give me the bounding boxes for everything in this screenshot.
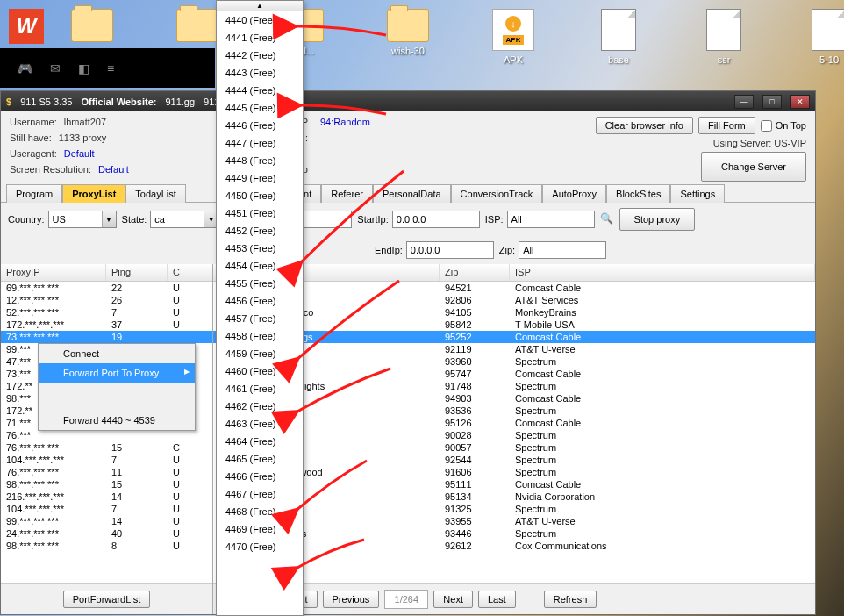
tab-personaldata[interactable]: PersonalData bbox=[373, 184, 451, 203]
site1-link[interactable]: 911.gg bbox=[165, 97, 195, 107]
table-row[interactable]: 76.*** bbox=[1, 429, 212, 441]
tab-program[interactable]: Program bbox=[6, 184, 62, 203]
port-menu-item[interactable]: 4454 (Free) bbox=[217, 257, 303, 275]
port-menu-item[interactable]: 4453 (Free) bbox=[217, 240, 303, 257]
screenres-link[interactable]: Default bbox=[98, 164, 129, 175]
table-row[interactable]: 76.***.***.***15C bbox=[1, 441, 212, 454]
port-menu-item[interactable]: 4466 (Free) bbox=[217, 468, 303, 485]
endip-input[interactable] bbox=[406, 241, 494, 259]
table-row[interactable]: 76.***.***.***11U bbox=[1, 466, 212, 478]
last-button[interactable]: Last bbox=[478, 591, 516, 608]
port-menu-item[interactable]: 4452 (Free) bbox=[217, 222, 303, 240]
state-combo[interactable]: ▼ bbox=[150, 211, 218, 228]
col-zip[interactable]: Zip bbox=[440, 264, 510, 281]
port-menu-item[interactable]: 4461 (Free) bbox=[217, 380, 303, 398]
port-menu-item[interactable]: 4450 (Free) bbox=[217, 187, 303, 204]
port-menu-item[interactable]: 4456 (Free) bbox=[217, 292, 303, 310]
desktop-icon[interactable]: ↓APKAPK bbox=[483, 9, 544, 65]
port-menu-item[interactable]: 4443 (Free) bbox=[217, 64, 303, 82]
port-menu-item[interactable]: 4451 (Free) bbox=[217, 204, 303, 222]
fill-form-button[interactable]: Fill Form bbox=[698, 117, 755, 134]
col-ping[interactable]: Ping bbox=[106, 264, 168, 281]
port-menu-item[interactable]: 4464 (Free) bbox=[217, 433, 303, 450]
country-combo[interactable]: ▼ bbox=[48, 211, 117, 228]
stop-proxy-button[interactable]: Stop proxy bbox=[619, 208, 696, 231]
table-row[interactable]: 69.***.***.***22U bbox=[1, 282, 212, 294]
bell-icon[interactable]: ◧ bbox=[78, 61, 89, 75]
useragent-link[interactable]: Default bbox=[64, 148, 95, 159]
page-input[interactable] bbox=[384, 590, 428, 609]
table-row[interactable]: 12.***.***.***26U bbox=[1, 294, 212, 306]
portforwardlist-button[interactable]: PortForwardList bbox=[63, 591, 151, 608]
isp-input[interactable] bbox=[507, 211, 595, 228]
tab-conversiontrack[interactable]: ConversionTrack bbox=[451, 184, 543, 203]
port-menu-item[interactable]: 4441 (Free) bbox=[217, 29, 303, 47]
close-button[interactable]: ✕ bbox=[790, 95, 810, 109]
port-menu-item[interactable]: 4468 (Free) bbox=[217, 503, 303, 520]
chevron-down-icon[interactable]: ▼ bbox=[102, 211, 116, 227]
previous-button[interactable]: Previous bbox=[323, 591, 380, 608]
desktop-icon[interactable]: base bbox=[588, 9, 649, 65]
minimize-button[interactable]: — bbox=[734, 95, 754, 109]
clear-browser-button[interactable]: Clear browser info bbox=[596, 117, 693, 134]
port-menu-item[interactable]: 4447 (Free) bbox=[217, 134, 303, 152]
tab-blocksites[interactable]: BlockSites bbox=[606, 184, 670, 203]
port-menu-item[interactable]: 4444 (Free) bbox=[217, 82, 303, 99]
port-menu-item[interactable]: 4448 (Free) bbox=[217, 152, 303, 169]
tab-proxylist[interactable]: ProxyList bbox=[62, 184, 125, 203]
next-button[interactable]: Next bbox=[433, 591, 473, 608]
table-row[interactable]: 73.*** *** ***19 bbox=[1, 331, 212, 343]
port-menu-item[interactable]: 4458 (Free) bbox=[217, 327, 303, 345]
table-row[interactable]: 98.***.***.***15U bbox=[1, 478, 212, 491]
table-row[interactable]: 99.***.***.***14U bbox=[1, 515, 212, 527]
table-row[interactable]: 216.***.***.***14U bbox=[1, 491, 212, 503]
port-menu-item[interactable]: 4446 (Free) bbox=[217, 117, 303, 134]
desktop-icon[interactable]: wish-30 bbox=[377, 9, 439, 65]
change-server-button[interactable]: Change Server bbox=[701, 152, 806, 182]
port-menu-item[interactable]: 4440 (Free) bbox=[217, 11, 303, 29]
port-menu-item[interactable]: 4460 (Free) bbox=[217, 362, 303, 380]
refresh-button[interactable]: Refresh bbox=[544, 591, 597, 608]
port-menu-item[interactable]: 4469 (Free) bbox=[217, 520, 303, 538]
port-menu-item[interactable]: 4457 (Free) bbox=[217, 310, 303, 327]
col-c[interactable]: C bbox=[168, 264, 211, 281]
port-menu-item[interactable]: 4470 (Free) bbox=[217, 538, 303, 555]
menu-forward-range[interactable]: Forward 4440 ~ 4539 bbox=[39, 411, 195, 430]
table-row[interactable]: 52.***.***.***7U bbox=[1, 306, 212, 319]
port-menu-item[interactable]: 4449 (Free) bbox=[217, 169, 303, 187]
gamepad-icon[interactable]: 🎮 bbox=[18, 61, 32, 75]
scroll-up-icon[interactable]: ▲ bbox=[217, 1, 303, 11]
mail-icon[interactable]: ✉ bbox=[50, 61, 61, 75]
tab-referer[interactable]: Referer bbox=[321, 184, 373, 203]
menu-icon[interactable]: ≡ bbox=[107, 61, 114, 75]
port-menu-item[interactable]: 4463 (Free) bbox=[217, 415, 303, 433]
port-menu-item[interactable]: 4462 (Free) bbox=[217, 398, 303, 415]
random-link[interactable]: 94:Random bbox=[320, 117, 573, 127]
tab-settings[interactable]: Settings bbox=[670, 184, 725, 203]
table-row[interactable]: 104.***.***.***7U bbox=[1, 454, 212, 466]
tab-todaylist[interactable]: TodayList bbox=[125, 184, 185, 203]
left-table-body[interactable]: 69.***.***.***22U Connect Forward Port T… bbox=[1, 282, 212, 583]
ontop-checkbox[interactable]: On Top bbox=[761, 120, 806, 132]
port-menu-item[interactable]: 4467 (Free) bbox=[217, 485, 303, 503]
search-icon[interactable]: 🔍 bbox=[600, 212, 614, 226]
desktop-icon[interactable]: ssr bbox=[693, 9, 755, 65]
port-menu-item[interactable]: 4455 (Free) bbox=[217, 275, 303, 292]
port-menu-item[interactable]: 4459 (Free) bbox=[217, 345, 303, 362]
port-menu-item[interactable]: 4445 (Free) bbox=[217, 99, 303, 117]
table-row[interactable]: 24.***.***.***40U bbox=[1, 527, 212, 540]
col-proxyip[interactable]: ProxyIP bbox=[1, 264, 106, 281]
maximize-button[interactable]: □ bbox=[762, 95, 782, 109]
menu-forward-port[interactable]: Forward Port To Proxy bbox=[39, 363, 195, 383]
table-row[interactable]: 104.***.***.***7U bbox=[1, 503, 212, 515]
desktop-icon[interactable]: 5-10 bbox=[798, 9, 844, 65]
col-isp[interactable]: ISP bbox=[510, 264, 815, 281]
menu-connect[interactable]: Connect bbox=[39, 344, 195, 363]
tab-autoproxy[interactable]: AutoProxy bbox=[542, 184, 606, 203]
table-row[interactable]: 98.***.***.***8U bbox=[1, 540, 212, 552]
port-menu-item[interactable]: 4465 (Free) bbox=[217, 450, 303, 468]
table-row[interactable]: 172.***.***.***37U bbox=[1, 319, 212, 331]
extra-input[interactable] bbox=[299, 211, 352, 228]
zip-input[interactable] bbox=[519, 241, 606, 259]
port-menu-item[interactable]: 4442 (Free) bbox=[217, 47, 303, 64]
